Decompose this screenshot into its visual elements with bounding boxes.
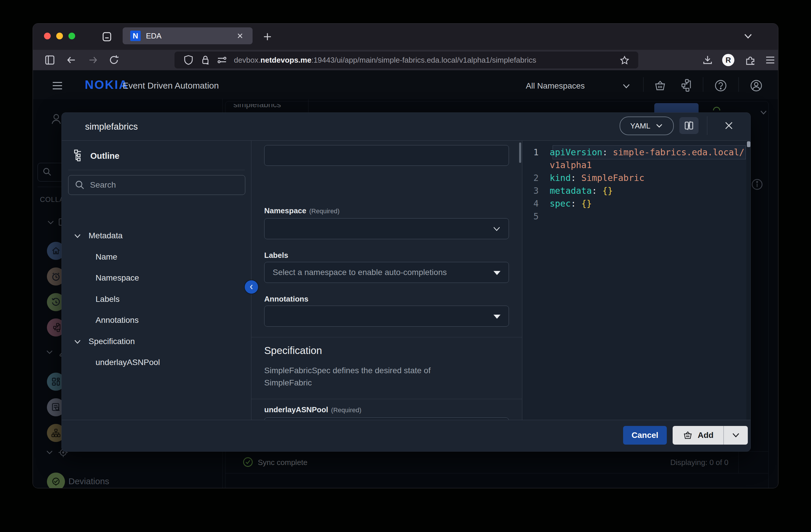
- shield-icon[interactable]: [183, 55, 194, 65]
- dialog-header-divider: [707, 116, 707, 135]
- labels-placeholder: Select a namespace to enable auto-comple…: [273, 268, 447, 277]
- browser-tabstrip: N EDA: [33, 24, 778, 50]
- new-tab-button[interactable]: [262, 31, 273, 42]
- app-title: Event Driven Automation: [123, 81, 219, 91]
- help-icon[interactable]: [714, 79, 728, 92]
- form-panel: Namespace(Required) Labels Select a name…: [251, 141, 522, 420]
- extensions-puzzle-icon[interactable]: [744, 54, 756, 66]
- close-tab-icon[interactable]: [236, 31, 244, 40]
- header-divider: [738, 77, 739, 92]
- forward-icon[interactable]: [87, 55, 99, 65]
- code-line: 2kind: SimpleFabric: [522, 172, 751, 184]
- outline-panel: Outline Metadata Name Namespace Labels A…: [62, 141, 251, 420]
- side-by-side-view-button[interactable]: [679, 117, 699, 134]
- labels-label: Labels: [264, 251, 288, 260]
- namespace-select[interactable]: [264, 218, 509, 239]
- annotations-select[interactable]: [264, 306, 509, 326]
- add-options-chevron[interactable]: [724, 426, 748, 445]
- app-header: NOKIA Event Driven Automation All Namesp…: [33, 70, 778, 99]
- annotations-label: Annotations: [264, 294, 308, 304]
- header-divider: [703, 77, 703, 92]
- chevron-down-icon: [655, 123, 663, 128]
- triangle-down-icon: [493, 315, 501, 319]
- code-line: 1apiVersion: simple-fabrics.eda.local/: [522, 146, 751, 159]
- permissions-icon[interactable]: [216, 55, 228, 65]
- triangle-down-icon: [493, 271, 501, 275]
- code-line: 5: [522, 210, 751, 223]
- dialog-footer: Cancel Add: [62, 420, 750, 451]
- dialog-close-icon[interactable]: [722, 119, 735, 132]
- cancel-button[interactable]: Cancel: [623, 426, 667, 445]
- underlayasnpool-label: underlayASNPool(Required): [264, 405, 362, 414]
- maximize-window-button[interactable]: [68, 33, 75, 39]
- screenshot-root: N EDA: [0, 0, 811, 532]
- menu-hamburger-icon[interactable]: [765, 56, 776, 64]
- search-input[interactable]: [89, 180, 213, 190]
- sidebar-toggle-icon[interactable]: [44, 55, 56, 65]
- url-bar[interactable]: devbox.netdevops.me:19443/ui/app/main/si…: [174, 51, 638, 69]
- specification-description: SimpleFabricSpec defines the desired sta…: [264, 364, 445, 389]
- code-line: 4spec: {}: [522, 197, 751, 210]
- add-button[interactable]: Add: [673, 426, 723, 445]
- tree-item-labels[interactable]: Labels: [95, 294, 120, 304]
- url-text: devbox.netdevops.me:19443/ui/app/main/si…: [234, 56, 536, 65]
- namespace-label: Namespace(Required): [264, 206, 339, 215]
- back-icon[interactable]: [65, 55, 77, 65]
- close-window-button[interactable]: [44, 33, 51, 39]
- labels-select[interactable]: Select a namespace to enable auto-comple…: [264, 262, 509, 283]
- tab-overview-icon[interactable]: [102, 31, 112, 42]
- code-line: 3metadata: {}: [522, 184, 751, 197]
- basket-icon: [683, 430, 693, 440]
- code-line-wrap: v1alpha1: [522, 159, 751, 172]
- lock-warning-icon[interactable]: [200, 55, 211, 65]
- chevron-down-icon: [492, 226, 501, 232]
- basket-icon[interactable]: [654, 79, 667, 92]
- section-divider: [251, 399, 522, 399]
- transactions-flow-icon[interactable]: [677, 78, 692, 92]
- browser-toolbar: devbox.netdevops.me:19443/ui/app/main/si…: [33, 50, 778, 70]
- app-content: NOKIA Event Driven Automation All Namesp…: [33, 70, 778, 488]
- tree-chevron-icon[interactable]: [73, 339, 81, 345]
- dialog-title: simplefabrics: [85, 121, 138, 132]
- user-avatar-icon[interactable]: [750, 79, 763, 92]
- downloads-icon[interactable]: [702, 55, 714, 65]
- reload-icon[interactable]: [108, 54, 120, 66]
- browser-tab-eda[interactable]: N EDA: [123, 27, 253, 44]
- namespace-chevron-icon[interactable]: [622, 83, 631, 89]
- section-divider: [251, 337, 522, 337]
- tree-item-specification[interactable]: Specification: [89, 337, 135, 346]
- outline-tree-icon: [73, 149, 86, 162]
- tree-item-name[interactable]: Name: [95, 252, 118, 262]
- yaml-editor[interactable]: 1apiVersion: simple-fabrics.eda.local/ v…: [522, 141, 751, 420]
- tab-title: EDA: [146, 31, 162, 41]
- format-select[interactable]: YAML: [619, 117, 674, 135]
- nokia-logo: NOKIA: [85, 78, 128, 92]
- outline-divider: [68, 170, 245, 170]
- resource-create-dialog: simplefabrics YAML: [61, 112, 751, 452]
- name-input[interactable]: [264, 145, 509, 166]
- search-icon: [75, 180, 85, 190]
- tree-chevron-icon[interactable]: [73, 233, 81, 239]
- account-badge-icon[interactable]: R: [722, 54, 734, 66]
- namespace-selector[interactable]: All Namespaces: [526, 81, 585, 91]
- editor-scroll-track: [746, 141, 751, 420]
- add-button-group: Add: [673, 426, 748, 445]
- tree-item-underlayasnpool[interactable]: underlayASNPool: [95, 358, 160, 367]
- chevron-down-icon: [732, 432, 740, 439]
- form-scrollbar[interactable]: [519, 142, 521, 163]
- specification-heading: Specification: [264, 345, 322, 356]
- editor-scrollbar[interactable]: [747, 141, 750, 147]
- bookmark-star-icon[interactable]: [619, 55, 629, 65]
- list-tabs-chevron-icon[interactable]: [743, 32, 753, 40]
- minimize-window-button[interactable]: [56, 33, 63, 39]
- browser-window: N EDA: [33, 23, 778, 488]
- format-select-value: YAML: [630, 121, 651, 131]
- outline-search[interactable]: [68, 175, 245, 195]
- eda-favicon-icon: N: [130, 31, 141, 41]
- outline-heading: Outline: [90, 151, 120, 161]
- tree-item-namespace[interactable]: Namespace: [95, 273, 139, 283]
- tree-item-metadata[interactable]: Metadata: [89, 231, 123, 240]
- tree-item-annotations[interactable]: Annotations: [95, 316, 139, 325]
- app-menu-icon[interactable]: [51, 81, 63, 90]
